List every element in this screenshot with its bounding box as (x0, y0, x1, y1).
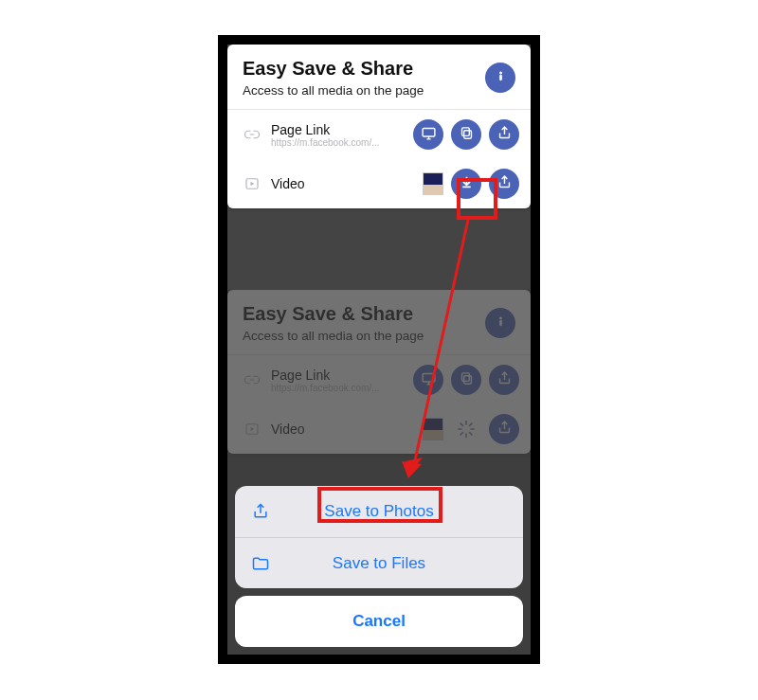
card-subtitle: Access to all media on the page (243, 83, 424, 98)
folder-icon (250, 553, 271, 574)
share-icon (496, 174, 513, 194)
info-button[interactable] (485, 63, 515, 93)
video-icon (243, 174, 262, 193)
svg-rect-4 (461, 127, 469, 135)
share-card-top: Easy Save & Share Access to all media on… (227, 45, 531, 208)
row-label: Video (271, 176, 413, 191)
row-page-link: Page Link https://m.facebook.com/... (227, 110, 531, 159)
copy-icon (459, 125, 475, 145)
action-sheet: Save to Photos Save to Files Cancel (235, 486, 523, 647)
svg-point-0 (499, 71, 501, 73)
sheet-label: Save to Photos (235, 502, 523, 521)
card-title: Easy Save & Share (243, 58, 424, 80)
export-icon (250, 501, 271, 522)
sheet-label: Save to Files (235, 554, 523, 573)
svg-rect-2 (423, 128, 435, 136)
cancel-button[interactable]: Cancel (235, 596, 523, 647)
share-button[interactable] (489, 119, 519, 150)
copy-button[interactable] (451, 119, 481, 150)
open-external-button[interactable] (413, 119, 443, 150)
row-url: https://m.facebook.com/... (271, 137, 394, 148)
save-to-files-item[interactable]: Save to Files (235, 537, 523, 588)
display-icon (421, 125, 437, 145)
svg-rect-1 (499, 75, 501, 81)
download-icon (459, 174, 475, 194)
video-thumbnail (423, 172, 443, 195)
info-icon (493, 68, 509, 88)
row-video: Video (227, 159, 531, 208)
save-to-photos-item[interactable]: Save to Photos (235, 486, 523, 537)
phone-screen: Easy Save & Share Access to all media on… (227, 45, 531, 655)
phone-frame: Easy Save & Share Access to all media on… (218, 35, 540, 664)
svg-rect-3 (463, 130, 471, 138)
share-button[interactable] (489, 169, 519, 199)
cancel-label: Cancel (352, 612, 406, 631)
download-button[interactable] (451, 169, 481, 199)
share-icon (496, 125, 513, 145)
row-label: Page Link (271, 122, 404, 137)
card-header: Easy Save & Share Access to all media on… (227, 45, 531, 109)
link-icon (243, 125, 262, 144)
